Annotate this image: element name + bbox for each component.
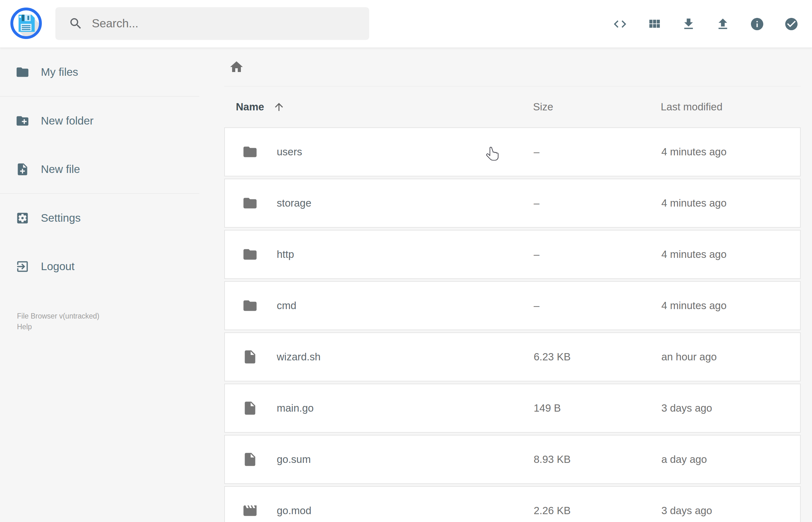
item-name: go.sum [277,454,311,465]
name-column-label: Name [236,101,264,113]
search-input[interactable] [92,17,369,30]
floppy-disk-icon [13,11,39,36]
row-storage[interactable]: storage – 4 minutes ago [224,179,801,228]
sidebar-item-my-files[interactable]: My files [0,48,199,96]
sidebar-item-settings[interactable]: Settings [0,194,199,242]
item-name: storage [277,197,311,209]
item-modified: 3 days ago [662,505,712,517]
upload-button[interactable] [715,17,730,32]
listing-header: Name Size Last modified [224,86,801,127]
folder-icon [242,298,258,314]
breadcrumb [224,48,801,86]
sidebar-item-label: New folder [41,115,94,127]
version-link[interactable]: File Browser v(untracked) [17,311,193,321]
item-modified: 3 days ago [662,402,712,414]
sort-ascending-icon [273,101,285,113]
item-name: go.mod [277,505,311,517]
help-link[interactable]: Help [17,321,193,332]
sidebar-item-label: Settings [41,212,81,224]
item-size: 2.26 KB [534,505,570,517]
sidebar-item-new-folder[interactable]: New folder [0,97,199,145]
sidebar-item-label: My files [41,66,78,78]
folder-icon [242,144,258,160]
app-logo[interactable] [11,7,42,39]
folder-icon [242,195,258,211]
logout-icon [15,259,29,274]
download-icon [681,17,696,32]
listing-items: users – 4 minutes ago storage – 4 minute… [224,127,801,522]
info-button[interactable] [750,17,765,32]
item-size: – [534,197,539,209]
home-icon [229,59,244,75]
sort-by-name-header[interactable]: Name [236,86,285,127]
item-modified: an hour ago [662,351,717,363]
item-size: – [534,146,539,158]
item-size: 8.93 KB [534,454,570,465]
item-modified: 4 minutes ago [662,146,727,158]
sort-by-size-header[interactable]: Size [533,86,553,127]
sidebar-item-logout[interactable]: Logout [0,242,199,290]
create-new-folder-icon [15,114,29,128]
row-go-mod[interactable]: go.mod 2.26 KB 3 days ago [224,486,801,522]
item-size: – [534,248,539,260]
raw-view-button[interactable] [613,17,627,32]
row-users[interactable]: users – 4 minutes ago [224,127,801,176]
item-modified: a day ago [662,454,707,465]
item-name: wizard.sh [277,351,321,363]
item-name: main.go [277,402,313,414]
item-modified: 4 minutes ago [662,197,727,209]
item-modified: 4 minutes ago [662,300,727,312]
sidebar-item-label: New file [41,163,80,176]
file-icon [242,451,258,467]
item-name: http [277,248,294,260]
item-size: 149 B [534,402,561,414]
upload-icon [715,17,730,32]
sidebar: My files New folder New file Settings Lo… [0,48,199,290]
check-circle-icon [784,17,799,32]
settings-icon [15,211,29,225]
home-breadcrumb-button[interactable] [229,59,244,75]
item-size: – [534,300,539,312]
row-go-sum[interactable]: go.sum 8.93 KB a day ago [224,435,801,484]
folder-icon [242,246,258,262]
sidebar-item-label: Logout [41,260,75,273]
movie-icon [242,503,258,519]
new-file-icon [15,162,29,176]
folder-icon [15,65,29,79]
header-toolbar [613,0,799,48]
item-size: 6.23 KB [534,351,570,363]
row-http[interactable]: http – 4 minutes ago [224,230,801,279]
row-cmd[interactable]: cmd – 4 minutes ago [224,281,801,330]
item-name: users [277,146,302,158]
view-module-icon [647,17,662,32]
sidebar-footer: File Browser v(untracked) Help [17,311,193,332]
search-icon [68,16,83,31]
file-listing: Name Size Last modified users – 4 minute… [224,48,801,522]
file-icon [242,400,258,416]
search-bar[interactable] [55,7,369,40]
sidebar-item-new-file[interactable]: New file [0,145,199,194]
item-name: cmd [277,300,296,312]
row-wizard-sh[interactable]: wizard.sh 6.23 KB an hour ago [224,333,801,381]
switch-view-button[interactable] [647,17,662,32]
item-modified: 4 minutes ago [662,248,727,260]
sort-by-modified-header[interactable]: Last modified [661,86,723,127]
select-multiple-button[interactable] [784,17,799,32]
row-main-go[interactable]: main.go 149 B 3 days ago [224,384,801,433]
code-icon [613,17,627,32]
file-icon [242,349,258,365]
top-header [0,0,812,48]
download-button[interactable] [681,17,696,32]
info-icon [750,17,765,32]
